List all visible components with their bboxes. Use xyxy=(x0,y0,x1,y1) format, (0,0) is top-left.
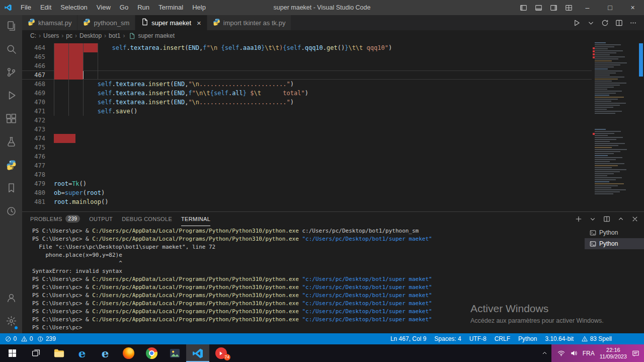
panel-tab-terminal[interactable]: TERMINAL xyxy=(181,212,210,226)
run-icon[interactable] xyxy=(571,17,583,29)
taskbar-internet-explorer[interactable]: e xyxy=(94,344,117,362)
activity-explorer[interactable] xyxy=(0,15,22,38)
menu-view[interactable]: View xyxy=(92,0,115,15)
code-line[interactable]: 479root=Tk() xyxy=(22,179,592,188)
volume-icon[interactable] xyxy=(570,349,578,357)
code-line[interactable]: 481root.mainloop() xyxy=(22,197,592,206)
code-line[interactable]: 475 xyxy=(22,143,592,152)
eol-sequence[interactable]: CRLF xyxy=(495,335,510,342)
breadcrumb-item[interactable]: super maeket xyxy=(138,32,175,39)
more-icon[interactable] xyxy=(627,17,639,29)
activity-settings[interactable] xyxy=(0,310,22,333)
taskbar-chrome[interactable] xyxy=(140,344,163,362)
code-line[interactable]: 476 xyxy=(22,152,592,161)
chevron-down-icon[interactable] xyxy=(588,214,598,224)
chevron-up-icon[interactable] xyxy=(616,214,626,224)
toggle-panel-icon[interactable] xyxy=(531,0,546,15)
tab-super-maeket[interactable]: super maeket× xyxy=(135,15,207,30)
close-tab-icon[interactable]: × xyxy=(197,19,201,27)
code-line[interactable]: 474 xyxy=(22,134,592,143)
terminal-instance[interactable]: Python xyxy=(585,227,644,238)
code-line[interactable]: 466 xyxy=(22,61,592,70)
split-editor-icon[interactable] xyxy=(613,17,625,29)
menu-help[interactable]: Help xyxy=(188,0,210,15)
code-line[interactable]: 471self.save() xyxy=(22,107,592,116)
code-line[interactable]: 469self.textarea.insert(END,f"\n\t{self.… xyxy=(22,89,592,98)
activity-bookmarks[interactable] xyxy=(0,177,22,200)
language-indicator[interactable]: FRA xyxy=(583,350,595,357)
activity-search[interactable] xyxy=(0,38,22,61)
toggle-sidebar-icon[interactable] xyxy=(516,0,531,15)
menu-file[interactable]: File xyxy=(16,0,36,15)
taskbar-file-explorer[interactable] xyxy=(47,344,70,362)
taskbar-edge[interactable]: e xyxy=(70,344,94,362)
task-view-button[interactable] xyxy=(24,344,47,362)
indentation[interactable]: Spaces: 4 xyxy=(434,335,461,342)
python-interpreter[interactable]: 3.10.64-bit xyxy=(545,335,574,342)
code-line[interactable]: 470self.textarea.insert(END,"\n.........… xyxy=(22,98,592,107)
activity-source-control[interactable] xyxy=(0,61,22,85)
cursor-position[interactable]: Ln 467, Col 9 xyxy=(390,335,426,342)
panel-tab-debug-console[interactable]: DEBUG CONSOLE xyxy=(122,212,172,226)
taskbar-vscode[interactable] xyxy=(186,344,209,362)
menu-go[interactable]: Go xyxy=(115,0,133,15)
code-line[interactable]: 480ob=super(root) xyxy=(22,188,592,197)
code-line[interactable]: 473 xyxy=(22,125,592,134)
activity-account[interactable] xyxy=(0,287,22,310)
code-line[interactable]: 478 xyxy=(22,170,592,179)
code-line[interactable]: 477 xyxy=(22,161,592,170)
menu-run[interactable]: Run xyxy=(133,0,154,15)
panel-tab-output[interactable]: OUTPUT xyxy=(89,212,113,226)
minimap[interactable] xyxy=(593,41,637,211)
split-terminal-icon[interactable] xyxy=(602,214,612,224)
activity-extensions[interactable] xyxy=(0,108,22,131)
code-line[interactable]: 465 xyxy=(22,52,592,61)
spell-checker-status[interactable]: 83 Spell xyxy=(582,335,612,342)
terminal-instance[interactable]: Python xyxy=(585,238,644,249)
hidden-icons-chevron-icon[interactable] xyxy=(538,344,551,362)
breadcrumb-item[interactable]: C: xyxy=(30,32,36,39)
code-line[interactable]: 472 xyxy=(22,116,592,125)
close-button[interactable]: × xyxy=(621,0,644,15)
action-center-icon[interactable] xyxy=(632,349,639,357)
tab-import-tkinter-as-tk-py[interactable]: import tkinter as tk.py xyxy=(207,15,292,30)
breadcrumb-item[interactable]: pc xyxy=(66,32,72,39)
minimize-button[interactable]: – xyxy=(576,0,599,15)
encoding[interactable]: UTF-8 xyxy=(469,335,487,342)
toggle-secondary-sidebar-icon[interactable] xyxy=(546,0,561,15)
tab-khamsat-py[interactable]: khamsat.py xyxy=(22,15,77,30)
sync-icon[interactable] xyxy=(599,17,611,29)
warning-icon xyxy=(21,336,28,342)
tab-pythoon_sm[interactable]: pythoon_sm xyxy=(77,15,135,30)
code-line[interactable]: 468self.textarea.insert(END,"\n.........… xyxy=(22,80,592,89)
code-editor[interactable]: 464self.textarea.insert(END,f"\n {self.a… xyxy=(22,41,644,211)
breadcrumb-item[interactable]: Desktop xyxy=(79,32,102,39)
plus-icon[interactable] xyxy=(574,214,584,224)
panel-tab-problems[interactable]: PROBLEMS239 xyxy=(30,212,80,226)
maximize-button[interactable]: □ xyxy=(599,0,621,15)
breadcrumb-item[interactable]: bot1 xyxy=(109,32,120,39)
activity-python[interactable] xyxy=(0,154,22,177)
activity-testing[interactable] xyxy=(0,131,22,154)
code-line[interactable]: 464self.textarea.insert(END,f"\n {self.a… xyxy=(22,43,592,52)
customize-layout-icon[interactable] xyxy=(561,0,576,15)
terminal-output[interactable]: PS C:\Users\pc> & C:/Users/pc/AppData/Lo… xyxy=(22,226,585,333)
menu-edit[interactable]: Edit xyxy=(36,0,56,15)
taskbar-photos[interactable] xyxy=(163,344,186,362)
network-icon[interactable] xyxy=(557,349,565,357)
taskbar-atube-catcher[interactable]: 74 xyxy=(209,344,232,362)
chevron-down-icon[interactable] xyxy=(585,17,597,29)
activity-run-debug[interactable] xyxy=(0,85,22,108)
problems-summary[interactable]: 00239 xyxy=(5,335,58,342)
menu-terminal[interactable]: Terminal xyxy=(154,0,188,15)
clock[interactable]: 22:1611/09/2023 xyxy=(600,347,627,360)
menu-selection[interactable]: Selection xyxy=(56,0,92,15)
breadcrumb-item[interactable]: Users xyxy=(43,32,59,39)
close-icon[interactable] xyxy=(630,214,640,224)
code-line[interactable]: 467 xyxy=(22,70,592,80)
taskbar-firefox[interactable] xyxy=(117,344,140,362)
language-mode[interactable]: Python xyxy=(518,335,537,342)
start-button[interactable] xyxy=(0,344,24,362)
activity-history[interactable] xyxy=(0,200,22,224)
overview-ruler[interactable] xyxy=(637,41,644,211)
